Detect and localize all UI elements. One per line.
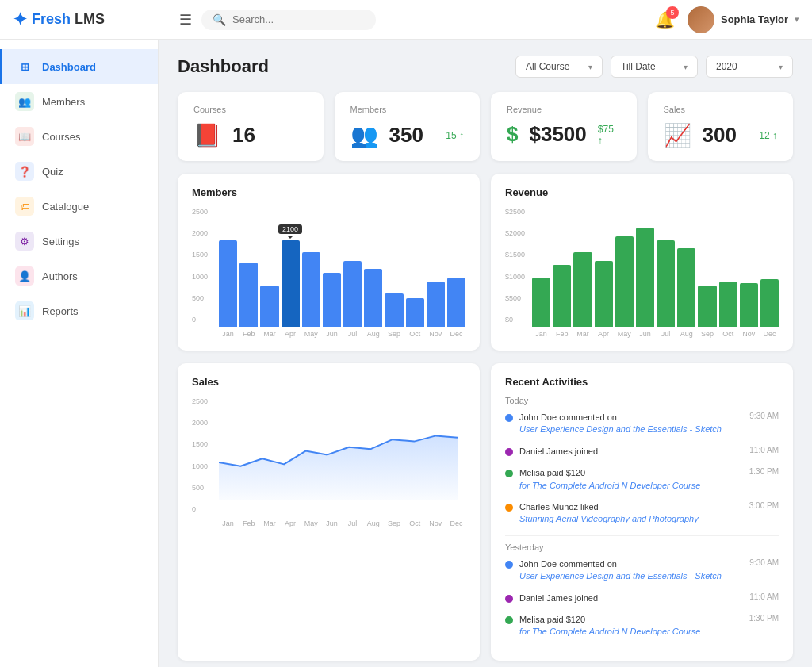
activity-item: Melisa paid $120for The Complete Android… (505, 614, 779, 638)
sidebar-label-catalogue: Catalogue (42, 201, 89, 213)
sales-chart-title: Sales (192, 376, 465, 388)
sidebar-item-reports[interactable]: 📊 Reports (0, 293, 158, 328)
logo-text: Fresh LMS (32, 11, 105, 28)
sales-stat-icon: 📈 (664, 122, 691, 148)
search-icon: 🔍 (213, 13, 226, 26)
y-label: $0 (505, 316, 534, 324)
dashboard-icon: ⊞ (15, 57, 34, 76)
sidebar: ⊞ Dashboard 👥 Members 📖 Courses ❓ Quiz 🏷… (0, 40, 159, 667)
activity-content: Daniel James joined (519, 592, 737, 604)
activity-time: 9:30 AM (749, 558, 779, 567)
activity-text: Melisa paid $120for The Complete Android… (519, 467, 737, 492)
stat-card-members: Members 👥 350 15 ↑ (335, 92, 481, 161)
recent-activities-card: Recent Activities TodayJohn Doe commente… (491, 363, 793, 661)
courses-stat-icon: 📕 (193, 122, 221, 148)
charts-row-middle: Sales 2500 2000 1500 1000 500 0 JanFebM (178, 363, 793, 661)
hamburger-icon[interactable]: ☰ (179, 11, 192, 29)
activity-text: Charles Munoz likedStunning Aerial Video… (519, 501, 737, 526)
user-menu[interactable]: Sophia Taylor ▾ (688, 6, 799, 33)
search-input[interactable] (232, 13, 359, 25)
activity-text: John Doe commented onUser Experience Des… (519, 558, 737, 583)
date-filter[interactable]: Till Date ▾ (611, 56, 698, 78)
stat-card-sales: Sales 📈 300 12 ↑ (648, 92, 794, 161)
revenue-stat-change: $75 ↑ (598, 124, 621, 146)
main-content: Dashboard All Course ▾ Till Date ▾ 2020 … (159, 40, 812, 667)
sidebar-item-courses[interactable]: 📖 Courses (0, 119, 158, 154)
settings-icon: ⚙ (15, 232, 34, 251)
year-filter-label: 2020 (716, 61, 774, 72)
activity-content: Charles Munoz likedStunning Aerial Video… (519, 501, 737, 526)
activity-dot (505, 414, 513, 422)
sidebar-item-catalogue[interactable]: 🏷 Catalogue (0, 189, 158, 224)
y-label: 1000 (192, 273, 216, 281)
sales-line-chart (219, 397, 465, 516)
activity-dot (505, 470, 513, 477)
y-label: 2500 (192, 208, 216, 216)
activity-dot (505, 561, 513, 569)
sidebar-label-settings: Settings (42, 236, 79, 247)
notification-button[interactable]: 🔔 5 (655, 10, 675, 29)
charts-row-top: Members 2500 2000 1500 1000 500 0 2100 J… (178, 174, 793, 351)
sidebar-label-courses: Courses (42, 131, 80, 143)
y-label: 1000 (192, 462, 216, 470)
day-label: Yesterday (505, 542, 779, 552)
stat-label-sales: Sales (664, 105, 778, 114)
activity-time: 1:30 PM (749, 467, 779, 476)
sales-stat-change: 12 ↑ (759, 130, 777, 141)
activity-time: 11:0 AM (749, 446, 779, 454)
sidebar-item-dashboard[interactable]: ⊞ Dashboard (0, 49, 158, 84)
stats-row: Courses 📕 16 Members 👥 350 15 ↑ Revenue … (178, 92, 793, 161)
user-name: Sophia Taylor (721, 13, 788, 25)
activity-text: Daniel James joined (519, 592, 737, 604)
sales-chart-card: Sales 2500 2000 1500 1000 500 0 JanFebM (178, 363, 480, 661)
y-label: 500 (192, 484, 216, 492)
header: ✦ Fresh LMS ☰ 🔍 🔔 5 Sophia Taylor ▾ (0, 0, 812, 40)
activity-item: Melisa paid $120for The Complete Android… (505, 467, 779, 492)
year-filter[interactable]: 2020 ▾ (706, 56, 793, 78)
activity-content: Melisa paid $120for The Complete Android… (519, 614, 737, 638)
notification-badge: 5 (666, 6, 679, 19)
courses-icon: 📖 (15, 127, 34, 146)
y-label: 1500 (192, 251, 216, 259)
y-label: 0 (192, 505, 216, 513)
members-chart-title: Members (192, 186, 465, 198)
members-chart-wrapper: 2500 2000 1500 1000 500 0 2100 JanFebMar… (192, 208, 465, 338)
activity-text: Melisa paid $120for The Complete Android… (519, 614, 737, 638)
activities-container: TodayJohn Doe commented onUser Experienc… (505, 396, 779, 638)
courses-stat-value: 16 (232, 123, 255, 148)
svg-marker-0 (219, 435, 458, 500)
y-label: $2000 (505, 229, 534, 237)
chevron-down-icon: ▾ (795, 14, 799, 25)
course-filter[interactable]: All Course ▾ (515, 56, 603, 78)
sidebar-item-members[interactable]: 👥 Members (0, 84, 158, 119)
dashboard-header: Dashboard All Course ▾ Till Date ▾ 2020 … (178, 56, 793, 78)
header-right: 🔔 5 Sophia Taylor ▾ (655, 6, 799, 33)
activity-time: 9:30 AM (749, 412, 779, 420)
activity-content: Daniel James joined (519, 446, 737, 458)
sidebar-item-authors[interactable]: 👤 Authors (0, 259, 158, 293)
sidebar-label-quiz: Quiz (42, 166, 63, 178)
members-stat-icon: 👥 (350, 122, 378, 148)
activity-time: 1:30 PM (749, 614, 779, 623)
app-body: ⊞ Dashboard 👥 Members 📖 Courses ❓ Quiz 🏷… (0, 40, 812, 667)
activity-item: Daniel James joined11:0 AM (505, 446, 779, 458)
sidebar-label-members: Members (42, 96, 85, 108)
y-label: $2500 (505, 208, 534, 216)
revenue-chart-wrapper: $2500 $2000 $1500 $1000 $500 $0 JanFebMa… (505, 208, 779, 338)
activity-text: Daniel James joined (519, 446, 737, 458)
members-stat-value: 350 (389, 123, 423, 148)
y-label: 1500 (192, 440, 216, 448)
avatar (688, 6, 714, 33)
sidebar-item-quiz[interactable]: ❓ Quiz (0, 154, 158, 189)
logo: ✦ Fresh LMS (13, 10, 171, 30)
day-label: Today (505, 396, 779, 405)
sidebar-item-settings[interactable]: ⚙ Settings (0, 224, 158, 259)
search-bar[interactable]: 🔍 (201, 10, 376, 30)
y-label: $1500 (505, 251, 534, 259)
quiz-icon: ❓ (15, 162, 34, 181)
sales-stat-value: 300 (703, 123, 737, 148)
stat-label-courses: Courses (193, 105, 308, 114)
y-label: 500 (192, 294, 216, 302)
y-label: 0 (192, 316, 216, 324)
y-label: $500 (505, 294, 534, 302)
